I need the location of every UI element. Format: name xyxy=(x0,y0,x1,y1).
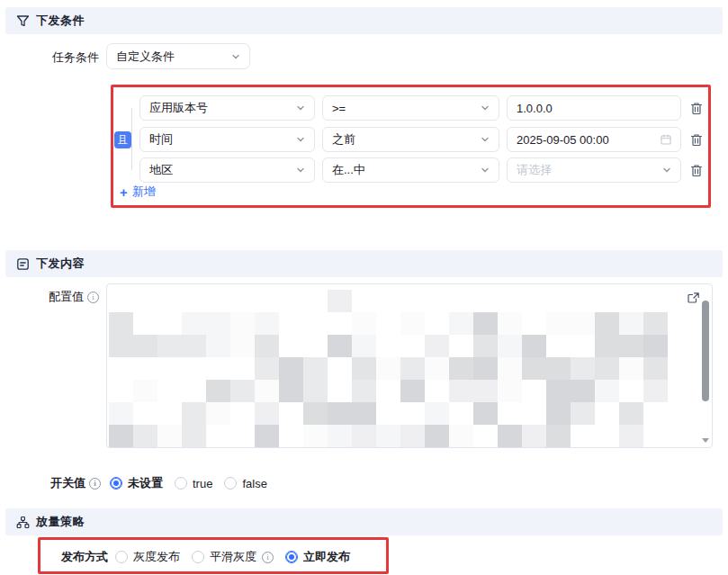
info-icon[interactable]: i xyxy=(262,552,274,563)
chevron-down-icon xyxy=(481,166,490,175)
trash-icon[interactable] xyxy=(688,100,704,116)
condition-field-select[interactable]: 应用版本号 xyxy=(139,95,315,121)
expand-icon[interactable] xyxy=(687,292,700,305)
chevron-down-icon xyxy=(481,103,490,112)
publish-method-row: 发布方式 灰度发布 平滑灰度 i 立即发布 xyxy=(61,549,350,565)
radio-icon[interactable] xyxy=(224,477,237,490)
radio-icon[interactable] xyxy=(115,551,128,563)
condition-value-text: 1.0.0.0 xyxy=(517,102,671,115)
condition-connector-line xyxy=(131,108,132,170)
radio-label: 灰度发布 xyxy=(133,549,180,565)
conditions-annotation-box: 且 应用版本号 >= 1.0.0.0 xyxy=(111,85,711,208)
condition-operator-select[interactable]: >= xyxy=(322,95,499,121)
condition-value-select[interactable]: 请选择 xyxy=(507,157,681,183)
strategy-annotation-box: 发布方式 灰度发布 平滑灰度 i 立即发布 xyxy=(38,537,389,574)
add-condition-button[interactable]: + 新增 xyxy=(120,184,156,200)
radio-icon[interactable] xyxy=(110,477,122,490)
section-header-strategy: 放量策略 xyxy=(5,508,723,535)
condition-field-value: 时间 xyxy=(149,131,296,148)
condition-row: 地区 在...中 请选择 xyxy=(139,157,704,183)
condition-operator-select[interactable]: 之前 xyxy=(322,127,499,152)
chevron-down-icon xyxy=(296,166,305,175)
radio-label: false xyxy=(242,477,266,490)
plus-icon: + xyxy=(120,185,128,199)
radio-option-smooth-gray[interactable]: 平滑灰度 i xyxy=(192,549,274,565)
switch-value-row: 开关值 i 未设置 true false xyxy=(0,475,267,491)
add-condition-label: 新增 xyxy=(132,184,156,200)
section-header-content: 下发内容 xyxy=(5,250,723,277)
info-icon[interactable]: i xyxy=(87,292,99,303)
section-title-conditions: 下发条件 xyxy=(36,13,85,29)
config-value-label: 配置值 xyxy=(49,289,84,305)
switch-value-label: 开关值 xyxy=(50,475,85,491)
config-value-label-row: 配置值 i xyxy=(0,289,99,305)
calendar-icon xyxy=(661,134,671,145)
chevron-down-icon xyxy=(481,135,490,144)
radio-label: 立即发布 xyxy=(303,549,350,565)
condition-field-value: 地区 xyxy=(149,162,296,178)
condition-value-input[interactable]: 1.0.0.0 xyxy=(507,95,681,121)
info-icon[interactable]: i xyxy=(89,478,101,490)
radio-option-immediate[interactable]: 立即发布 xyxy=(285,549,350,565)
chevron-down-icon xyxy=(296,135,305,144)
condition-row: 应用版本号 >= 1.0.0.0 xyxy=(139,95,704,121)
task-condition-value: 自定义条件 xyxy=(116,49,231,65)
condition-row: 时间 之前 2025-09-05 00:00 xyxy=(139,127,704,152)
radio-option-gray-release[interactable]: 灰度发布 xyxy=(115,549,180,565)
scrollbar-thumb[interactable] xyxy=(702,301,709,401)
condition-operator-select[interactable]: 在...中 xyxy=(322,157,499,183)
chevron-down-icon xyxy=(231,52,240,61)
task-condition-label: 任务条件 xyxy=(0,49,99,66)
radio-label: true xyxy=(193,477,212,490)
condition-field-select[interactable]: 地区 xyxy=(139,157,315,183)
vertical-scrollbar[interactable] xyxy=(701,286,710,445)
condition-value-placeholder: 请选择 xyxy=(517,162,662,178)
redacted-config-content xyxy=(109,290,668,447)
condition-operator-value: 之前 xyxy=(332,131,481,148)
radio-option-true[interactable]: true xyxy=(175,477,212,490)
hierarchy-icon xyxy=(16,516,30,529)
radio-option-notset[interactable]: 未设置 xyxy=(110,475,163,491)
chevron-down-icon xyxy=(662,166,671,175)
radio-label: 未设置 xyxy=(128,475,163,491)
filter-icon xyxy=(16,14,30,28)
publish-config-page: 下发条件 任务条件 自定义条件 且 应用版本号 >= xyxy=(0,0,728,575)
section-title-content: 下发内容 xyxy=(36,256,85,272)
task-condition-select[interactable]: 自定义条件 xyxy=(106,43,250,69)
condition-date-input[interactable]: 2025-09-05 00:00 xyxy=(507,127,681,152)
radio-option-false[interactable]: false xyxy=(224,477,266,490)
radio-icon[interactable] xyxy=(192,551,204,563)
radio-icon[interactable] xyxy=(175,477,187,490)
trash-icon[interactable] xyxy=(688,131,704,148)
section-header-conditions: 下发条件 xyxy=(5,7,723,34)
condition-field-select[interactable]: 时间 xyxy=(139,127,315,152)
condition-operator-value: 在...中 xyxy=(332,162,481,178)
condition-date-text: 2025-09-05 00:00 xyxy=(517,133,661,147)
chevron-down-icon xyxy=(296,103,305,112)
section-title-strategy: 放量策略 xyxy=(36,514,85,530)
trash-icon[interactable] xyxy=(688,162,704,178)
radio-icon[interactable] xyxy=(285,551,298,563)
scrollbar-down-arrow[interactable] xyxy=(702,438,709,443)
config-value-editor[interactable] xyxy=(106,283,713,448)
radio-label: 平滑灰度 xyxy=(210,549,256,565)
publish-method-label: 发布方式 xyxy=(61,549,108,565)
and-badge[interactable]: 且 xyxy=(114,131,131,148)
document-icon xyxy=(16,257,30,271)
condition-field-value: 应用版本号 xyxy=(149,100,296,116)
switch-value-label-row: 开关值 i xyxy=(0,475,101,491)
condition-operator-value: >= xyxy=(332,102,481,115)
